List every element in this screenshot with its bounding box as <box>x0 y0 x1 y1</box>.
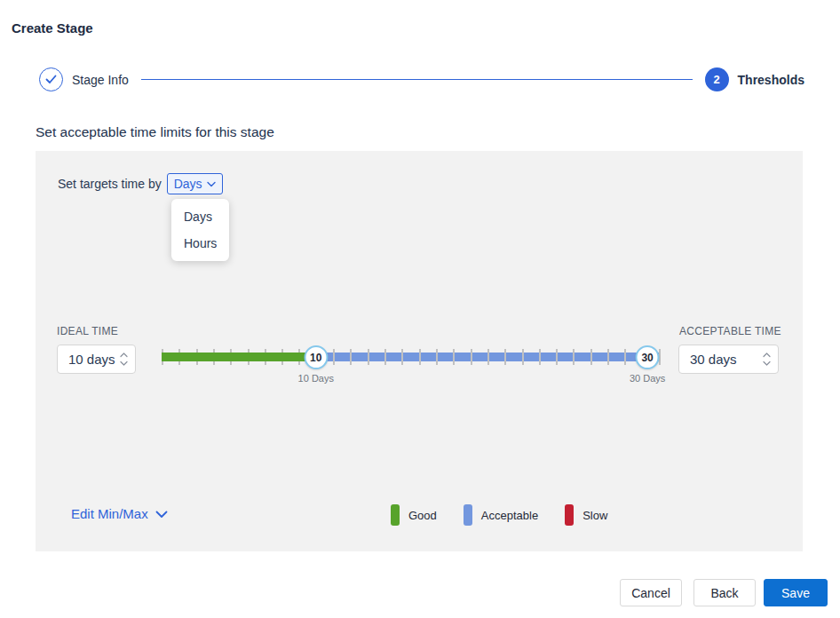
acceptable-time-input[interactable]: 30 days <box>678 345 779 374</box>
slider-tick <box>607 349 609 365</box>
unit-option-days[interactable]: Days <box>171 203 229 230</box>
legend: GoodAcceptableSlow <box>391 504 607 526</box>
good-swatch <box>391 504 400 526</box>
unit-select-menu: DaysHours <box>171 199 229 261</box>
step2-number: 2 <box>713 73 719 86</box>
slider-tick <box>573 349 575 365</box>
stepper-down-icon <box>763 360 771 366</box>
slow-swatch <box>565 504 574 526</box>
ideal-slider-handle[interactable]: 10 <box>304 345 328 369</box>
page-title: Create Stage <box>12 20 93 36</box>
legend-label: Acceptable <box>481 509 538 522</box>
stepper-connector-line <box>141 79 693 80</box>
step1-label[interactable]: Stage Info <box>72 73 129 87</box>
step1-circle[interactable] <box>39 67 63 91</box>
stepper-up-icon <box>763 353 771 358</box>
ideal-slider-caption: 10 Days <box>298 373 334 384</box>
unit-select-trigger[interactable]: Days <box>167 173 223 194</box>
step2-circle[interactable]: 2 <box>705 67 729 91</box>
slider-track-good[interactable] <box>162 353 316 361</box>
edit-minmax-link[interactable]: Edit Min/Max <box>71 506 168 521</box>
time-range-slider: 10 30 10 Days 30 Days <box>162 345 659 392</box>
acceptable-slider-caption: 30 Days <box>630 373 665 384</box>
back-button[interactable]: Back <box>693 579 756 606</box>
ideal-time-stepper[interactable] <box>120 353 128 366</box>
unit-option-hours[interactable]: Hours <box>171 230 229 257</box>
slider-tick <box>333 349 335 365</box>
slider-tick <box>539 349 541 365</box>
chevron-down-icon <box>155 506 168 521</box>
check-icon <box>45 72 57 88</box>
ideal-time-value: 10 days <box>68 352 115 367</box>
slider-tick <box>487 349 489 365</box>
slider-tick <box>436 349 438 365</box>
slider-tick <box>453 349 455 365</box>
legend-item-acceptable: Acceptable <box>464 504 538 526</box>
legend-item-slow: Slow <box>565 504 607 526</box>
slider-tick <box>624 349 626 365</box>
thresholds-panel: Set targets time by Days DaysHours IDEAL… <box>36 151 803 551</box>
step2-label[interactable]: Thresholds <box>738 73 804 87</box>
slider-tick <box>590 349 592 365</box>
acceptable-time-label: ACCEPTABLE TIME <box>679 325 781 337</box>
acceptable-swatch <box>464 504 472 526</box>
slider-tick <box>350 349 352 365</box>
slider-tick <box>522 349 524 365</box>
cancel-button[interactable]: Cancel <box>620 579 682 606</box>
save-button[interactable]: Save <box>764 579 828 606</box>
slider-tick <box>419 349 421 365</box>
ideal-time-input[interactable]: 10 days <box>57 345 136 374</box>
chevron-down-icon <box>207 181 216 187</box>
create-stage-dialog: Create Stage Stage Info 2 Thresholds Set… <box>0 0 840 618</box>
slider-tick <box>401 349 403 365</box>
slider-tick <box>471 349 472 365</box>
slider-tick <box>384 349 386 365</box>
slider-tick <box>368 349 369 365</box>
slider-tick <box>504 349 506 365</box>
targets-label: Set targets time by <box>58 177 162 191</box>
acceptable-slider-handle[interactable]: 30 <box>636 345 660 369</box>
stepper-down-icon <box>120 360 128 366</box>
targets-row: Set targets time by Days <box>58 173 223 194</box>
ideal-time-label: IDEAL TIME <box>57 325 118 337</box>
legend-label: Good <box>408 509 437 522</box>
legend-label: Slow <box>582 509 607 522</box>
acceptable-time-stepper[interactable] <box>763 353 771 366</box>
edit-minmax-label: Edit Min/Max <box>71 506 148 521</box>
acceptable-time-value: 30 days <box>690 352 737 367</box>
slider-tick <box>556 349 558 365</box>
unit-select-value: Days <box>174 177 202 191</box>
stepper: Stage Info 2 Thresholds <box>39 67 804 91</box>
legend-item-good: Good <box>391 504 437 526</box>
stepper-up-icon <box>120 353 128 358</box>
section-heading: Set acceptable time limits for this stag… <box>36 124 274 140</box>
